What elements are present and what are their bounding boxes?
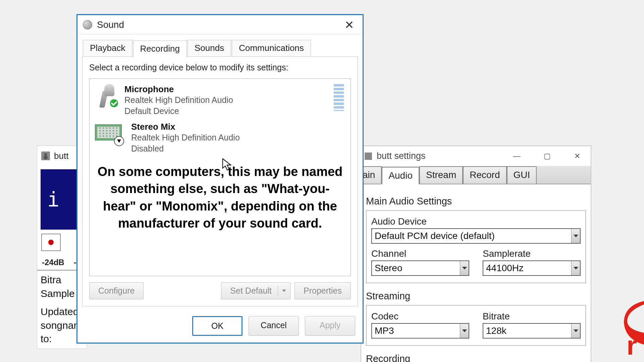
cancel-button[interactable]: Cancel xyxy=(249,316,299,336)
tab-gui[interactable]: GUI xyxy=(507,166,537,184)
settings-tabs: ain Audio Stream Record GUI xyxy=(361,166,591,184)
device-status: Disabled xyxy=(131,143,345,154)
ok-button[interactable]: OK xyxy=(192,316,243,336)
settings-body: Main Audio Settings Audio Device Default… xyxy=(361,184,591,362)
device-item-stereo-mix[interactable]: Stereo Mix Realtek High Definition Audio… xyxy=(93,120,347,157)
bitrate-value: 128k xyxy=(486,325,506,336)
recording-panel: Select a recording device below to modif… xyxy=(82,56,358,306)
device-driver: Realtek High Definition Audio xyxy=(124,95,328,106)
close-button[interactable]: ✕ xyxy=(567,149,587,163)
streaming-groupbox: Codec MP3 Bitrate 128k xyxy=(366,305,586,346)
codec-value: MP3 xyxy=(375,325,394,336)
down-arrow-badge-icon xyxy=(114,136,124,146)
channel-label: Channel xyxy=(371,248,469,259)
chevron-down-icon xyxy=(460,261,469,275)
maximize-button[interactable]: ▢ xyxy=(537,149,557,163)
device-name: Stereo Mix xyxy=(131,122,345,132)
samplerate-select[interactable]: 44100Hz xyxy=(483,260,581,276)
section-title-recording: Recording xyxy=(366,353,586,362)
db-dash: - xyxy=(74,258,76,267)
properties-button[interactable]: Properties xyxy=(294,282,351,299)
tab-audio[interactable]: Audio xyxy=(382,167,419,184)
butt-main-title: butt xyxy=(54,151,68,161)
bitrate-select[interactable]: 128k xyxy=(483,323,581,339)
tab-sounds[interactable]: Sounds xyxy=(187,40,231,57)
set-default-button[interactable]: Set Default xyxy=(221,282,290,299)
chevron-down-icon xyxy=(460,324,469,338)
butt-settings-window: butt settings — ▢ ✕ ain Audio Stream Rec… xyxy=(361,145,591,362)
check-badge-icon xyxy=(109,98,119,108)
butt-settings-title: butt settings xyxy=(377,151,497,161)
minimize-button[interactable]: — xyxy=(507,149,527,163)
panel-button-row: Configure Set Default Properties xyxy=(89,282,351,299)
svg-text:r: r xyxy=(627,330,637,358)
record-dot-icon xyxy=(48,240,54,245)
tab-main[interactable]: ain xyxy=(361,166,382,184)
channel-value: Stereo xyxy=(375,263,402,274)
device-name: Microphone xyxy=(124,84,328,95)
configure-button[interactable]: Configure xyxy=(89,282,144,299)
audio-device-label: Audio Device xyxy=(371,216,581,227)
level-meter xyxy=(334,84,344,111)
microphone-icon xyxy=(95,84,118,108)
device-driver: Realtek High Definition Audio xyxy=(131,132,345,143)
chevron-down-icon xyxy=(571,324,580,338)
speaker-icon xyxy=(41,152,50,160)
bitrate-label: Bitrate xyxy=(483,311,581,322)
db-label: -24dB xyxy=(42,258,64,267)
instruction-text: Select a recording device below to modif… xyxy=(89,63,351,72)
section-title-main-audio: Main Audio Settings xyxy=(366,196,586,207)
dialog-footer: OK Cancel Apply xyxy=(77,311,363,343)
section-title-streaming: Streaming xyxy=(366,291,586,302)
tab-communications[interactable]: Communications xyxy=(232,40,311,57)
audio-device-select[interactable]: Default PCM device (default) xyxy=(371,228,581,244)
samplerate-label: Samplerate xyxy=(483,248,581,259)
overlay-caption: On some computers, this may be named som… xyxy=(97,163,343,232)
tab-record[interactable]: Record xyxy=(463,166,506,184)
chevron-down-icon xyxy=(571,229,580,243)
red-logo-fragment: r xyxy=(621,301,644,358)
sound-title: Sound xyxy=(97,19,341,30)
close-button[interactable]: ✕ xyxy=(341,17,357,33)
samplerate-value: 44100Hz xyxy=(486,263,524,274)
device-list[interactable]: Microphone Realtek High Definition Audio… xyxy=(89,78,351,276)
device-item-microphone[interactable]: Microphone Realtek High Definition Audio… xyxy=(93,82,347,120)
apply-button[interactable]: Apply xyxy=(305,316,355,336)
main-audio-groupbox: Audio Device Default PCM device (default… xyxy=(366,210,586,283)
butt-display-text: i xyxy=(47,188,63,211)
sound-dialog: Sound ✕ Playback Recording Sounds Commun… xyxy=(76,14,364,344)
sound-card-icon xyxy=(95,122,125,145)
sound-icon xyxy=(83,20,92,29)
chevron-down-icon xyxy=(571,261,580,275)
app-icon xyxy=(365,153,372,160)
codec-label: Codec xyxy=(371,311,469,322)
audio-device-value: Default PCM device (default) xyxy=(375,231,495,241)
tab-playback[interactable]: Playback xyxy=(83,40,132,57)
set-default-label: Set Default xyxy=(230,286,272,296)
device-status: Default Device xyxy=(124,106,328,117)
chevron-down-icon[interactable] xyxy=(278,286,290,296)
channel-select[interactable]: Stereo xyxy=(371,260,469,276)
record-button[interactable] xyxy=(41,234,61,251)
sound-tabs: Playback Recording Sounds Communications xyxy=(77,35,363,57)
butt-settings-titlebar[interactable]: butt settings — ▢ ✕ xyxy=(361,146,591,166)
tab-recording[interactable]: Recording xyxy=(133,41,187,57)
codec-select[interactable]: MP3 xyxy=(371,323,469,339)
sound-titlebar[interactable]: Sound ✕ xyxy=(77,15,363,35)
tab-stream[interactable]: Stream xyxy=(419,166,463,184)
